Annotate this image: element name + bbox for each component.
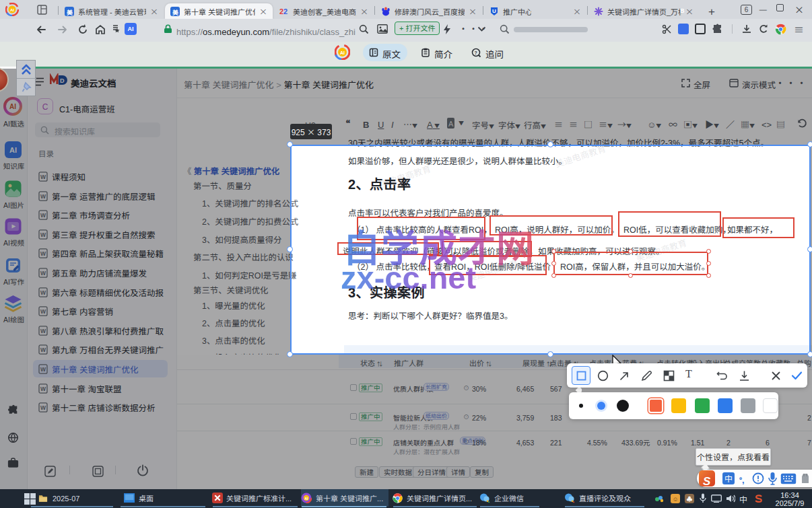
- svg-text:W: W: [40, 211, 46, 219]
- svg-text:2: 2: [283, 7, 287, 16]
- svg-text:W: W: [40, 172, 46, 180]
- svg-text:W: W: [40, 192, 46, 200]
- svg-text:W: W: [40, 403, 46, 411]
- svg-text:W: W: [40, 268, 46, 277]
- svg-text:?: ?: [475, 49, 477, 56]
- svg-text:W: W: [40, 230, 46, 238]
- svg-text:W: W: [40, 326, 46, 334]
- svg-text:W: W: [40, 384, 46, 392]
- svg-text:AI: AI: [305, 496, 309, 501]
- svg-text:D: D: [60, 76, 65, 85]
- svg-text:W: W: [40, 307, 46, 315]
- svg-text:AI: AI: [340, 49, 345, 56]
- svg-text:W: W: [40, 365, 46, 373]
- svg-text:W: W: [40, 345, 46, 353]
- svg-text:U: U: [492, 7, 496, 14]
- svg-text:AI: AI: [9, 101, 16, 111]
- svg-text:W: W: [40, 249, 46, 257]
- svg-text:AI: AI: [10, 7, 14, 13]
- svg-text:W: W: [40, 288, 46, 296]
